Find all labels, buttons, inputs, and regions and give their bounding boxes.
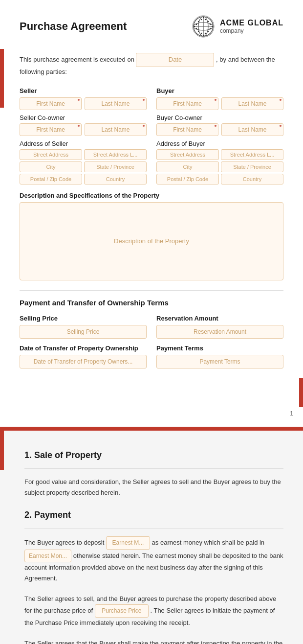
payment2-text-before: The Buyer agrees to deposit <box>24 539 104 546</box>
logo-text: ACME GLOBAL company <box>220 19 283 34</box>
left-accent-bar <box>0 49 4 108</box>
buyer-state-input[interactable]: State / Province <box>221 161 283 172</box>
svg-point-14 <box>205 33 206 34</box>
payment-grid: Selling Price Selling Price Date of Tran… <box>20 315 283 368</box>
date-input[interactable]: Date <box>136 53 214 67</box>
sale-section: 1. Sale of Property For good value and c… <box>20 450 283 498</box>
sale-divider <box>24 468 283 469</box>
seller-coowner-name-row: First Name * Last Name * <box>20 123 147 136</box>
buyer-firstname-wrapper: First Name * <box>156 97 218 110</box>
seller-firstname-input[interactable]: First Name <box>20 97 82 110</box>
description-section: Description and Specifications of the Pr… <box>20 192 283 280</box>
svg-point-15 <box>208 31 209 32</box>
buyer-address-row3: Postal / Zip Code Country <box>156 174 283 184</box>
seller-coowner-lastname-wrapper: Last Name * <box>85 123 147 136</box>
globe-icon <box>192 15 215 38</box>
buyer-lastname-required: * <box>280 98 281 104</box>
seller-city-input[interactable]: City <box>20 161 82 172</box>
payment2-divider <box>24 528 283 529</box>
buyer-coowner-lastname-input[interactable]: Last Name <box>221 123 283 136</box>
seller-lastname-input[interactable]: Last Name <box>85 97 147 110</box>
buyer-name-row: First Name * Last Name * <box>156 97 283 110</box>
reservation-label: Reservation Amount <box>156 315 283 322</box>
logo-company-name: ACME GLOBAL <box>220 19 283 27</box>
payment-terms-input[interactable]: Payment Terms <box>156 355 283 368</box>
buyer-postal-input[interactable]: Postal / Zip Code <box>156 174 219 184</box>
payment2-body2: The Seller agrees to sell, and the Buyer… <box>24 594 283 628</box>
parties-row: Seller First Name * Last Name * Seller C… <box>20 87 283 186</box>
buyer-coowner-firstname-wrapper: First Name * <box>156 123 218 136</box>
buyer-country-input[interactable]: Country <box>221 174 283 184</box>
earnest-money-input[interactable]: Earnest M... <box>106 536 150 549</box>
seller-coowner-firstname-wrapper: First Name * <box>20 123 82 136</box>
svg-point-12 <box>198 31 199 32</box>
buyer-firstname-input[interactable]: First Name <box>156 97 218 110</box>
svg-point-8 <box>205 19 206 20</box>
transfer-date-label: Date of Transfer of Property Ownership <box>20 345 147 352</box>
seller-address-row3: Postal / Zip Code Country <box>20 174 147 184</box>
buyer-lastname-wrapper: Last Name * <box>221 97 283 110</box>
payment-terms-label: Payment Terms <box>156 345 283 352</box>
svg-point-19 <box>203 35 204 36</box>
seller-street-input[interactable]: Street Address <box>20 149 82 160</box>
logo-tagline: company <box>220 27 283 34</box>
seller-column: Seller First Name * Last Name * Seller C… <box>20 87 147 186</box>
header: Purchase Agreement <box>20 15 283 38</box>
left-accent-p2 <box>0 431 4 470</box>
page-2: 1. Sale of Property For good value and c… <box>0 431 303 644</box>
purchase-price-input[interactable]: Purchase Price <box>95 604 149 617</box>
right-accent-bar <box>299 378 303 407</box>
sale-body: For good value and consideration, the Se… <box>24 477 283 498</box>
seller-firstname-wrapper: First Name * <box>20 97 82 110</box>
earnest-money2-input[interactable]: Earnest Mon... <box>24 550 71 562</box>
seller-street2-input[interactable]: Street Address L... <box>84 149 147 160</box>
svg-point-16 <box>210 24 211 25</box>
seller-coowner-firstname-required: * <box>78 124 80 130</box>
seller-lastname-required: * <box>143 98 145 104</box>
svg-point-9 <box>208 21 209 22</box>
svg-point-10 <box>196 24 197 25</box>
payment-section: Payment and Transfer of Ownership Terms … <box>20 290 283 368</box>
seller-label: Seller <box>20 87 147 94</box>
seller-postal-input[interactable]: Postal / Zip Code <box>20 174 82 184</box>
seller-lastname-wrapper: Last Name * <box>85 97 147 110</box>
buyer-column: Buyer First Name * Last Name * Buyer Co-… <box>156 87 283 186</box>
intro-text: This purchase agreement is executed on D… <box>20 53 283 77</box>
seller-address-label: Address of Seller <box>20 140 147 147</box>
buyer-address-row2: City State / Province <box>156 161 283 172</box>
transfer-date-input[interactable]: Date of Transfer of Property Owners... <box>20 355 147 368</box>
selling-price-input[interactable]: Selling Price <box>20 325 147 339</box>
page-1: Purchase Agreement <box>0 0 303 431</box>
reservation-input[interactable]: Reservation Amount <box>156 325 283 339</box>
selling-price-label: Selling Price <box>20 315 147 322</box>
seller-address-row1: Street Address Street Address L... <box>20 149 147 160</box>
payment-section-title: Payment and Transfer of Ownership Terms <box>20 299 283 307</box>
seller-state-input[interactable]: State / Province <box>84 161 147 172</box>
svg-point-6 <box>198 21 199 22</box>
description-textarea[interactable]: Description of the Property <box>20 202 283 280</box>
payment2-body3: The Seller agrees that the Buyer shall m… <box>24 638 283 644</box>
seller-coowner-lastname-required: * <box>143 124 145 130</box>
buyer-address-label: Address of Buyer <box>156 140 283 147</box>
buyer-firstname-required: * <box>215 98 216 104</box>
seller-coowner-label: Seller Co-owner <box>20 114 147 121</box>
buyer-city-input[interactable]: City <box>156 161 219 172</box>
buyer-coowner-firstname-input[interactable]: First Name <box>156 123 218 136</box>
seller-country-input[interactable]: Country <box>84 174 147 184</box>
payment2-text-middle: as earnest money which shall be paid in <box>152 539 265 546</box>
svg-point-7 <box>201 19 202 20</box>
seller-coowner-lastname-input[interactable]: Last Name <box>85 123 147 136</box>
buyer-coowner-firstname-required: * <box>215 124 216 130</box>
buyer-address-row1: Street Address Street Address L... <box>156 149 283 160</box>
buyer-coowner-lastname-wrapper: Last Name * <box>221 123 283 136</box>
svg-point-18 <box>203 17 204 18</box>
seller-coowner-firstname-input[interactable]: First Name <box>20 123 82 136</box>
logo-area: ACME GLOBAL company <box>192 15 283 38</box>
page-title: Purchase Agreement <box>20 20 127 33</box>
buyer-lastname-input[interactable]: Last Name <box>221 97 283 110</box>
buyer-coowner-label: Buyer Co-owner <box>156 114 283 121</box>
intro-text-before: This purchase agreement is executed on <box>20 56 134 63</box>
seller-name-row: First Name * Last Name * <box>20 97 147 110</box>
buyer-street-input[interactable]: Street Address <box>156 149 219 160</box>
buyer-street2-input[interactable]: Street Address L... <box>221 149 283 160</box>
